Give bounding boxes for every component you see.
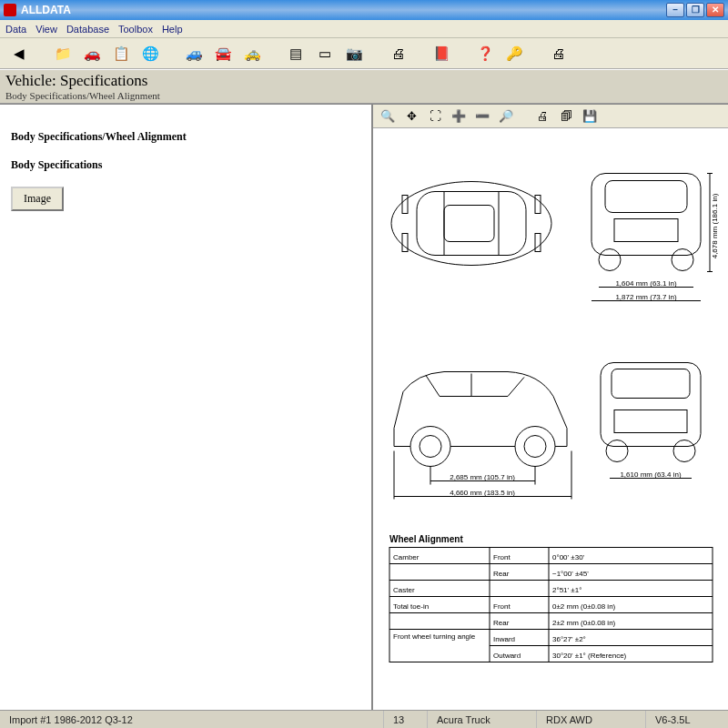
table-row: 36°27' ±2° <box>552 635 586 643</box>
menu-view[interactable]: View <box>35 24 57 35</box>
svg-point-12 <box>599 249 621 271</box>
menu-data[interactable]: Data <box>5 24 26 35</box>
image-button[interactable]: Image <box>11 187 64 211</box>
zoom-plus-icon[interactable]: ➕ <box>450 107 468 126</box>
dim-track-front: 1,604 mm (63.1 in) <box>615 279 676 288</box>
car-red-icon[interactable]: 🚗 <box>80 42 104 66</box>
list-icon[interactable]: ▤ <box>284 42 308 66</box>
table-row: 2°51' ±1° <box>552 586 581 594</box>
svg-rect-5 <box>402 196 408 214</box>
table-row: 30°20' ±1° (Reference) <box>552 652 627 660</box>
left-heading-1: Body Specifications/Wheel Alignment <box>11 130 360 144</box>
table-row: Inward <box>493 635 515 643</box>
table-row: Front wheel turning angle <box>393 632 476 641</box>
table-title: Wheel Alignment <box>389 534 463 544</box>
table-row: −1°00' ±45' <box>552 570 589 578</box>
minimize-button[interactable]: – <box>666 3 684 17</box>
key-icon[interactable]: 🔑 <box>502 42 526 66</box>
header-strip: Vehicle: Specifications Body Specificati… <box>0 69 728 104</box>
print-icon[interactable]: 🖨 <box>386 42 410 66</box>
table-row: Total toe-in <box>393 602 429 611</box>
image-toolbar: 🔍 ✥ ⛶ ➕ ➖ 🔎 🖨 🗐 💾 <box>373 105 728 128</box>
dim-rear-track: 1,610 mm (63.4 in) <box>620 470 681 479</box>
left-heading-2: Body Specifications <box>11 158 360 172</box>
book-icon[interactable]: 📕 <box>430 42 453 66</box>
svg-point-0 <box>391 182 551 266</box>
status-bar: Import #1 1986-2012 Q3-12 13 Acura Truck… <box>0 710 728 728</box>
menu-database[interactable]: Database <box>66 24 109 35</box>
svg-rect-11 <box>614 219 678 242</box>
table-row: Outward <box>493 652 521 660</box>
globe-icon[interactable]: 🌐 <box>138 42 162 66</box>
close-button[interactable]: ✕ <box>706 3 724 17</box>
window-title: ALLDATA <box>21 4 666 16</box>
svg-rect-1 <box>417 192 526 256</box>
print2-icon[interactable]: 🖨 <box>546 42 570 66</box>
table-row: 0°00' ±30' <box>552 553 585 561</box>
table-row: Caster <box>393 586 415 594</box>
svg-point-33 <box>606 440 628 462</box>
dim-length: 4,660 mm (183.5 in) <box>450 489 515 497</box>
svg-rect-10 <box>605 181 687 213</box>
status-make: Acura Truck <box>428 711 537 728</box>
zoom-fit-icon[interactable]: ⛶ <box>426 107 444 126</box>
svg-rect-32 <box>614 410 687 433</box>
status-import: Import #1 1986-2012 Q3-12 <box>0 711 384 728</box>
car-blue-icon[interactable]: 🚘 <box>211 42 235 66</box>
maximize-button[interactable]: ❐ <box>686 3 704 17</box>
svg-rect-6 <box>402 234 408 252</box>
car-yellow-icon[interactable]: 🚕 <box>240 42 264 66</box>
car-doc-icon[interactable]: 📋 <box>109 42 133 66</box>
camera-icon[interactable]: 📷 <box>342 42 366 66</box>
status-year: 13 <box>384 711 428 728</box>
svg-point-13 <box>672 249 693 271</box>
copy-image-icon[interactable]: 🗐 <box>557 107 575 126</box>
back-button[interactable]: ◀ <box>7 42 31 66</box>
table-row: Rear <box>493 570 510 578</box>
svg-rect-7 <box>535 196 541 214</box>
table-row: Camber <box>393 553 420 561</box>
zoom-reset-icon[interactable]: 🔎 <box>497 107 515 126</box>
note-icon[interactable]: ▭ <box>313 42 337 66</box>
svg-point-20 <box>410 427 450 467</box>
save-image-icon[interactable]: 💾 <box>581 107 599 126</box>
svg-rect-2 <box>444 206 494 242</box>
zoom-in-icon[interactable]: 🔍 <box>379 107 397 126</box>
menu-bar: Data View Database Toolbox Help <box>0 20 728 38</box>
left-pane: Body Specifications/Wheel Alignment Body… <box>0 105 373 710</box>
table-row: Rear <box>493 619 510 627</box>
car-green-icon[interactable]: 🚙 <box>182 42 206 66</box>
dim-height: 4,678 mm (186.1 in) <box>711 193 719 258</box>
zoom-minus-icon[interactable]: ➖ <box>473 107 491 126</box>
app-icon <box>4 4 16 16</box>
status-model: RDX AWD <box>537 711 646 728</box>
menu-help[interactable]: Help <box>162 24 183 35</box>
page-title: Vehicle: Specifications <box>5 72 723 90</box>
svg-point-34 <box>673 440 695 462</box>
menu-toolbox[interactable]: Toolbox <box>118 24 153 35</box>
folder-icon[interactable]: 📁 <box>51 42 75 66</box>
svg-rect-30 <box>601 363 701 447</box>
content-area: Body Specifications/Wheel Alignment Body… <box>0 104 728 710</box>
right-pane: 🔍 ✥ ⛶ ➕ ➖ 🔎 🖨 🗐 💾 <box>373 105 728 710</box>
table-row: Front <box>493 602 511 611</box>
svg-rect-9 <box>592 174 701 256</box>
pan-icon[interactable]: ✥ <box>402 107 420 126</box>
svg-point-22 <box>515 427 555 467</box>
status-engine: V6-3.5L <box>646 711 728 728</box>
breadcrumb: Body Specifications/Wheel Alignment <box>5 90 723 101</box>
svg-rect-31 <box>612 369 690 399</box>
wheel-alignment-table: Wheel Alignment <box>389 534 713 662</box>
table-row: 0±2 mm (0±0.08 in) <box>552 602 616 611</box>
help-icon[interactable]: ❓ <box>473 42 497 66</box>
dim-track-overall: 1,872 mm (73.7 in) <box>615 293 676 301</box>
print-image-icon[interactable]: 🖨 <box>533 107 551 126</box>
svg-rect-8 <box>535 234 541 252</box>
svg-rect-36 <box>389 548 713 662</box>
table-row: 2±2 mm (0±0.08 in) <box>552 619 616 627</box>
title-bar: ALLDATA – ❐ ✕ <box>0 0 728 20</box>
dim-wheelbase: 2,685 mm (105.7 in) <box>450 473 515 481</box>
table-row: Front <box>493 553 511 561</box>
vehicle-diagram: 4,678 mm (186.1 in) 1,604 mm (63.1 in) 1… <box>373 128 728 710</box>
main-toolbar: ◀ 📁 🚗 📋 🌐 🚙 🚘 🚕 ▤ ▭ 📷 🖨 📕 ❓ 🔑 🖨 <box>0 38 728 69</box>
